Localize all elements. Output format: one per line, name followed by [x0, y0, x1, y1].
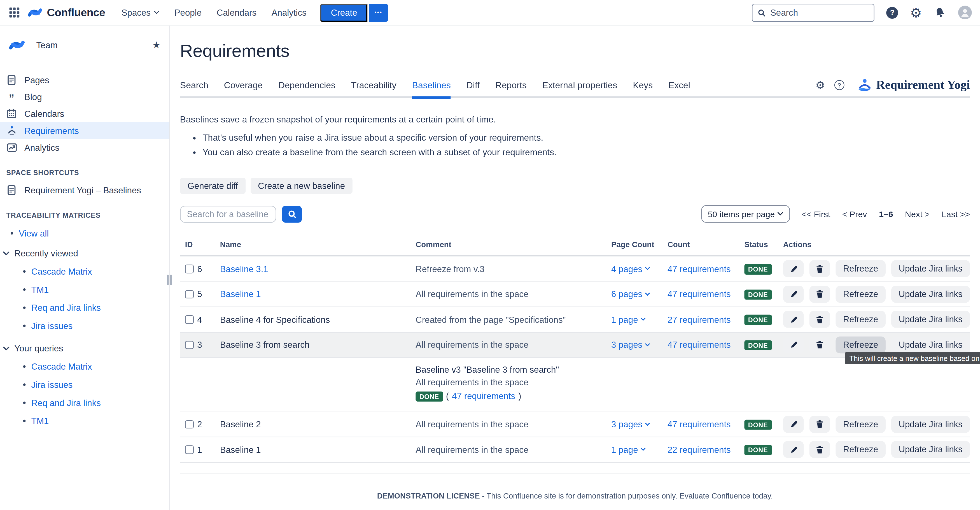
edit-button[interactable] [783, 311, 804, 328]
page-count-link[interactable]: 4 pages [611, 264, 668, 274]
row-checkbox[interactable] [185, 341, 194, 349]
query-item-label[interactable]: TM1 [31, 416, 49, 426]
query-item[interactable]: TM1 [23, 416, 169, 426]
favorite-star-icon[interactable]: ★ [152, 40, 161, 51]
refreeze-button[interactable]: Refreeze [835, 416, 886, 433]
per-page-select[interactable]: 50 items per page [701, 205, 790, 223]
recent-item[interactable]: TM1 [23, 285, 169, 295]
space-header[interactable]: Team ★ [0, 27, 169, 62]
requirement-count-link[interactable]: 47 requirements [668, 419, 745, 429]
page-count-link[interactable]: 1 page [611, 314, 668, 325]
page-count-link[interactable]: 1 page [611, 445, 668, 454]
row-checkbox[interactable] [185, 265, 194, 273]
update-jira-links-button[interactable]: Update Jira links [891, 286, 970, 303]
tab-baselines[interactable]: Baselines [412, 80, 451, 96]
delete-button[interactable] [810, 260, 830, 277]
recent-item-label[interactable]: Cascade Matrix [31, 266, 92, 277]
refreeze-button[interactable]: Refreeze [835, 441, 886, 458]
confluence-logo[interactable]: Confluence [27, 6, 105, 19]
tab-coverage[interactable]: Coverage [224, 80, 262, 96]
edit-button[interactable] [783, 286, 804, 303]
update-jira-links-button[interactable]: Update Jira links [891, 336, 970, 353]
report-a-bug-link[interactable]: Report a bug [593, 509, 638, 510]
query-item-label[interactable]: Jira issues [31, 380, 73, 390]
edit-button[interactable] [783, 260, 804, 277]
create-more-button[interactable]: ••• [369, 3, 388, 22]
requirement-count-link[interactable]: 47 requirements [668, 264, 745, 274]
atlassian-news-link[interactable]: Atlassian News [653, 509, 706, 510]
edit-button[interactable] [783, 336, 804, 353]
delete-button[interactable] [810, 286, 830, 303]
edit-button[interactable] [783, 416, 804, 433]
requirement-count-link[interactable]: 47 requirements [668, 340, 745, 350]
app-switcher-icon[interactable] [6, 5, 22, 21]
recent-item-label[interactable]: Jira issues [31, 321, 73, 331]
sidebar-item-requirements[interactable]: Requirements [0, 122, 169, 139]
requirement-count-link[interactable]: 47 requirements [452, 390, 515, 403]
pagination-prev[interactable]: < Prev [842, 209, 867, 218]
nav-spaces[interactable]: Spaces [121, 8, 159, 18]
tab-dependencies[interactable]: Dependencies [278, 80, 336, 96]
sidebar-item-pages[interactable]: Pages [0, 71, 169, 88]
requirement-count-link[interactable]: 22 requirements [668, 445, 745, 454]
refreeze-button[interactable]: Refreeze [835, 311, 886, 328]
tab-traceability[interactable]: Traceability [351, 80, 396, 96]
nav-calendars[interactable]: Calendars [217, 8, 256, 18]
help-icon[interactable]: ? [886, 6, 898, 18]
baseline-settings-gear-icon[interactable]: ⚙ [815, 80, 825, 91]
baseline-name-link[interactable]: Baseline 1 [220, 289, 416, 299]
pagination-last[interactable]: Last >> [942, 209, 970, 218]
recent-item[interactable]: Jira issues [23, 321, 169, 331]
sidebar-item-blog[interactable]: ” Blog [0, 88, 169, 105]
query-item[interactable]: Cascade Matrix [23, 362, 169, 371]
delete-button[interactable] [810, 416, 830, 433]
row-checkbox[interactable] [185, 315, 194, 324]
delete-button[interactable] [810, 311, 830, 328]
recent-item[interactable]: Cascade Matrix [23, 266, 169, 277]
tab-keys[interactable]: Keys [633, 80, 653, 96]
recently-viewed-expander[interactable]: Recently viewed [0, 248, 169, 258]
update-jira-links-button[interactable]: Update Jira links [891, 260, 970, 277]
pagination-first[interactable]: << First [802, 209, 830, 218]
view-all-label[interactable]: View all [19, 228, 49, 239]
requirement-count-link[interactable]: 27 requirements [668, 314, 745, 325]
page-count-link[interactable]: 3 pages [611, 340, 668, 350]
global-search-input[interactable] [770, 8, 869, 18]
view-all-link[interactable]: View all [0, 228, 169, 239]
nav-people[interactable]: People [175, 8, 202, 18]
create-new-baseline-button[interactable]: Create a new baseline [250, 178, 353, 194]
update-jira-links-button[interactable]: Update Jira links [891, 416, 970, 433]
query-item-label[interactable]: Cascade Matrix [31, 362, 92, 371]
nav-analytics[interactable]: Analytics [272, 8, 307, 18]
row-checkbox[interactable] [185, 420, 194, 429]
requirement-yogi-brand[interactable]: Requirement Yogi [858, 78, 970, 92]
query-item-label[interactable]: Req and Jira links [31, 398, 101, 408]
create-button[interactable]: Create [320, 3, 368, 22]
tab-search[interactable]: Search [180, 80, 208, 96]
generate-diff-button[interactable]: Generate diff [180, 178, 245, 194]
update-jira-links-button[interactable]: Update Jira links [891, 441, 970, 458]
refreeze-button[interactable]: Refreeze [835, 336, 886, 353]
page-count-link[interactable]: 6 pages [611, 289, 668, 299]
notifications-bell-icon[interactable] [934, 6, 947, 19]
baseline-search-button[interactable] [282, 206, 302, 222]
your-queries-expander[interactable]: Your queries [0, 343, 169, 353]
recent-item-label[interactable]: Req and Jira links [31, 303, 101, 313]
settings-gear-icon[interactable]: ⚙ [910, 6, 922, 19]
recent-item-label[interactable]: TM1 [31, 285, 49, 295]
edit-button[interactable] [783, 441, 804, 458]
sidebar-item-analytics[interactable]: Analytics [0, 139, 169, 156]
sidebar-item-calendars[interactable]: Calendars [0, 105, 169, 122]
user-avatar[interactable] [958, 6, 972, 19]
delete-button[interactable] [810, 336, 830, 353]
baseline-help-icon[interactable]: ? [834, 80, 845, 90]
delete-button[interactable] [810, 441, 830, 458]
refreeze-button[interactable]: Refreeze [835, 260, 886, 277]
tab-reports[interactable]: Reports [495, 80, 527, 96]
row-checkbox[interactable] [185, 445, 194, 454]
pagination-next[interactable]: Next > [905, 209, 930, 218]
tab-diff[interactable]: Diff [466, 80, 480, 96]
update-jira-links-button[interactable]: Update Jira links [891, 311, 970, 328]
row-checkbox[interactable] [185, 290, 194, 298]
query-item[interactable]: Req and Jira links [23, 398, 169, 408]
